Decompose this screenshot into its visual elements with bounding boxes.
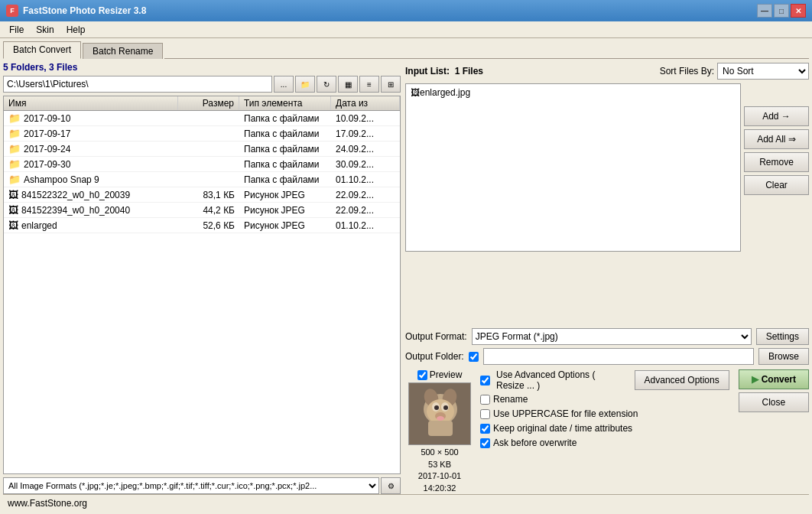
play-icon: ▶ <box>752 374 758 385</box>
add-button[interactable]: Add → <box>744 106 809 126</box>
main-panels: 5 Folders, 3 Files ... 📁 ↻ ▦ ≡ ⊞ Имя Раз… <box>3 62 809 494</box>
close-dialog-button[interactable]: Close <box>739 392 809 412</box>
filter-select[interactable]: All Image Formats (*.jpg;*.je;*.jpeg;*.b… <box>3 477 379 494</box>
table-row[interactable]: 📁2017-09-10Папка с файлами10.09.2... <box>4 111 400 126</box>
table-row[interactable]: 📁Ashampoo Snap 9Папка с файлами01.10.2..… <box>4 172 400 187</box>
preview-image <box>408 382 471 445</box>
rename-checkbox[interactable] <box>480 395 490 405</box>
uppercase-label: Use UPPERCASE for file extension <box>493 408 638 419</box>
table-row[interactable]: 📁2017-09-30Папка с файлами30.09.2... <box>4 157 400 172</box>
keep-date-checkbox[interactable] <box>480 424 490 434</box>
bottom-buttons: ▶ Convert Close <box>739 369 809 414</box>
browse-output-button[interactable]: Browse <box>758 348 809 365</box>
refresh-button[interactable]: ↻ <box>317 76 336 93</box>
file-name: 841522322_w0_h0_20039 <box>21 190 130 200</box>
file-icon: 🖼 <box>411 87 420 98</box>
browse-path-button[interactable]: ... <box>274 76 294 93</box>
file-type: Папка с файлами <box>239 143 331 155</box>
file-size <box>178 133 239 135</box>
folder-icon: 📁 <box>8 143 21 155</box>
remove-button[interactable]: Remove <box>744 152 809 172</box>
rename-checkbox-row: Rename <box>480 393 729 405</box>
menu-skin[interactable]: Skin <box>30 23 60 37</box>
adv-options-checkbox-label: Use Advanced Options ( Resize ... ) <box>496 369 622 391</box>
output-folder-input[interactable] <box>483 348 754 365</box>
convert-button[interactable]: ▶ Convert <box>739 369 809 389</box>
view-large-button[interactable]: ▦ <box>338 76 358 93</box>
col-type-header[interactable]: Тип элемента <box>239 96 331 110</box>
file-name: 841522394_w0_h0_20040 <box>21 205 130 216</box>
file-date: 30.09.2... <box>331 158 400 171</box>
file-size: 83,1 КБ <box>178 189 239 201</box>
close-button[interactable]: ✕ <box>791 4 806 18</box>
input-list-label: Input List: 1 Files <box>405 66 483 76</box>
maximize-button[interactable]: □ <box>774 4 789 18</box>
file-date: 01.10.2... <box>331 220 400 232</box>
file-name: 2017-09-24 <box>24 144 70 155</box>
path-input[interactable] <box>3 76 272 93</box>
file-date: 22.09.2... <box>331 204 400 216</box>
filter-settings-button[interactable]: ⚙ <box>381 477 401 494</box>
file-list-header: Имя Размер Тип элемента Дата из <box>4 96 400 111</box>
input-list-box[interactable]: 🖼 enlarged.jpg <box>405 83 741 252</box>
col-name-header[interactable]: Имя <box>4 96 178 110</box>
ask-overwrite-checkbox[interactable] <box>480 438 490 448</box>
tab-border <box>164 58 809 59</box>
keep-date-checkbox-row: Keep original date / time attributes <box>480 422 729 434</box>
preview-size: 500 × 500 53 KB 2017-10-01 14:20:32 <box>405 447 474 494</box>
file-list-container[interactable]: Имя Размер Тип элемента Дата из 📁2017-09… <box>3 96 401 474</box>
status-bar: www.FastStone.org <box>3 494 809 511</box>
window-title: FastStone Photo Resizer 3.8 <box>23 5 757 16</box>
settings-button[interactable]: Settings <box>756 328 809 345</box>
table-row[interactable]: 📁2017-09-17Папка с файлами17.09.2... <box>4 126 400 142</box>
view-list-button[interactable]: ≡ <box>359 76 379 93</box>
advanced-options-button[interactable]: Advanced Options <box>635 370 729 390</box>
view-detail-button[interactable]: ⊞ <box>381 76 401 93</box>
uppercase-checkbox[interactable] <box>480 409 490 419</box>
svg-point-7 <box>434 405 439 410</box>
preview-checkbox[interactable] <box>417 370 427 380</box>
file-type: Рисунок JPEG <box>239 189 331 201</box>
file-size <box>178 148 239 150</box>
file-name: 2017-09-30 <box>24 159 70 170</box>
table-row[interactable]: 🖼841522322_w0_h0_2003983,1 КБРисунок JPE… <box>4 187 400 203</box>
tab-batch-rename[interactable]: Batch Rename <box>83 43 163 59</box>
options-row-top: Use Advanced Options ( Resize ... ) Adva… <box>480 369 729 391</box>
list-item[interactable]: 🖼 enlarged.jpg <box>408 86 739 99</box>
file-date: 24.09.2... <box>331 143 400 155</box>
options-area: Use Advanced Options ( Resize ... ) Adva… <box>480 369 729 449</box>
file-size <box>178 118 239 119</box>
preview-area: Preview <box>405 369 474 494</box>
file-name: Ashampoo Snap 9 <box>24 174 99 185</box>
titlebar: F FastStone Photo Resizer 3.8 — □ ✕ <box>0 0 812 21</box>
menubar: File Skin Help <box>0 21 812 38</box>
sort-select[interactable]: No Sort Name Ascending Name Descending D… <box>717 63 809 80</box>
svg-point-8 <box>443 405 448 410</box>
new-folder-button[interactable]: 📁 <box>295 76 315 93</box>
col-date-header[interactable]: Дата из <box>331 96 400 110</box>
table-row[interactable]: 🖼enlarged52,6 КБРисунок JPEG01.10.2... <box>4 218 400 233</box>
output-format-select[interactable]: JPEG Format (*.jpg) BMP Format (*.bmp) G… <box>472 328 752 345</box>
output-format-row: Output Format: JPEG Format (*.jpg) BMP F… <box>405 328 809 345</box>
output-folder-label: Output Folder: <box>405 351 464 362</box>
output-folder-checkbox[interactable] <box>469 352 479 362</box>
col-size-header[interactable]: Размер <box>178 96 239 110</box>
table-row[interactable]: 🖼841522394_w0_h0_2004044,2 КБРисунок JPE… <box>4 203 400 218</box>
clear-button[interactable]: Clear <box>744 175 809 195</box>
app-icon: F <box>6 5 18 17</box>
adv-options-checkbox[interactable] <box>480 376 490 386</box>
menu-file[interactable]: File <box>3 23 30 37</box>
right-panel: Input List: 1 Files Sort Files By: No So… <box>405 62 809 494</box>
table-row[interactable]: 📁2017-09-24Папка с файлами24.09.2... <box>4 142 400 157</box>
add-all-button[interactable]: Add All ⇒ <box>744 129 809 149</box>
file-type: Папка с файлами <box>239 174 331 186</box>
tab-batch-convert[interactable]: Batch Convert <box>3 41 81 59</box>
file-type: Папка с файлами <box>239 112 331 125</box>
minimize-button[interactable]: — <box>757 4 772 18</box>
file-icon: 🖼 <box>8 204 18 216</box>
rename-label: Rename <box>493 394 528 405</box>
preview-dog-svg <box>409 382 470 445</box>
folder-count: 5 Folders, 3 Files <box>3 62 401 73</box>
menu-help[interactable]: Help <box>60 23 92 37</box>
file-name: enlarged <box>21 220 57 231</box>
